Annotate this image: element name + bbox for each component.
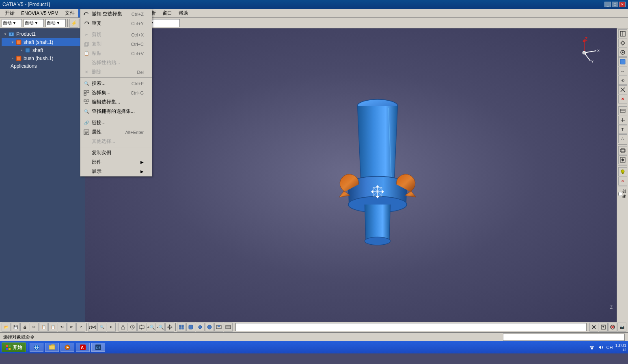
mode-dropdown-2[interactable]: 自动 ▼ [24,19,44,27]
bottom-btn-7[interactable]: ⟲ [58,323,67,332]
rt-btn-11[interactable]: T [618,125,627,134]
rt-btn-4[interactable] [618,57,627,66]
taskbar-media[interactable] [60,343,74,352]
menu-enovia[interactable]: ENOVIA V5 VPM [18,10,62,17]
rt-btn-7[interactable] [618,85,627,94]
bottom-btn-12[interactable]: 8 [107,323,116,332]
menu-help[interactable]: 帮助 [175,9,192,17]
bottom-btn-4[interactable]: ✂ [30,323,39,332]
rt-btn-bulb[interactable] [618,167,627,176]
rt-btn-6[interactable]: ⟲ [618,76,627,85]
expand-icon-shaft[interactable]: ▼ [11,40,15,44]
rt-btn-13[interactable] [618,146,627,155]
bottom-btn-zoom-in[interactable]: +🔍 [147,323,155,332]
rt-btn-1[interactable] [618,29,627,38]
menu-search[interactable]: 🔍 搜索... Ctrl+F [80,79,152,88]
menu-delete[interactable]: ✕ 删除 Del [80,67,152,77]
menu-redo[interactable]: 重复 Ctrl+Y [80,19,152,28]
bottom-btn-8[interactable]: ⟳ [67,323,76,332]
bottom-btn-23[interactable] [599,323,608,332]
view-dropdown[interactable]: ▼ [147,19,180,27]
expand-icon[interactable]: ▼ [3,32,7,36]
rt-btn-cross-red[interactable]: ✕ [618,177,627,185]
bottom-btn-3[interactable]: 🖨 [20,323,29,332]
taskbar: 开始 A C5 CH 13:01 12 [0,341,628,353]
rt-checkbox[interactable] [618,192,622,196]
svg-marker-66 [169,324,170,326]
bottom-btn-1[interactable]: 📂 [2,323,11,332]
taskbar-right: CH 13:01 12 [589,343,626,352]
menu-cut[interactable]: ✂ 剪切 Ctrl+X [80,30,152,39]
rt-btn-10[interactable] [618,116,627,125]
minimize-button[interactable]: _ [604,2,611,7]
tree-item-shaft-sub[interactable]: + shaft [2,46,84,54]
bottom-btn-21[interactable] [224,323,233,332]
bottom-btn-6[interactable]: 📋 [48,323,57,332]
mode-dropdown-1[interactable]: 自动 ▼ [2,19,22,27]
rt-btn-3[interactable] [618,48,627,57]
bottom-btn-14[interactable] [128,323,137,332]
bottom-btn-11[interactable]: 🔍 [97,323,106,332]
menu-links[interactable]: 🔗 链接... [80,118,152,127]
taskbar-catia[interactable]: C5 [91,343,105,352]
menu-selective-paste[interactable]: 选择性粘贴... [80,58,152,67]
bottom-btn-pan[interactable] [165,323,174,332]
bottom-btn-2[interactable]: 💾 [11,323,20,332]
bottom-btn-19[interactable] [205,323,214,332]
rt-btn-8[interactable]: ✕ [618,95,627,103]
tree-item-label-shaft-sub: shaft [32,47,43,53]
menu-copy-instance[interactable]: 复制实例 [80,148,152,157]
menu-copy[interactable]: 复制 Ctrl+C [80,39,152,49]
tree-item-shaft1[interactable]: ▼ shaft (shaft.1) [2,38,84,46]
tree-item-product1[interactable]: ▼ Product1 [2,30,84,38]
rt-btn-9[interactable] [618,106,627,115]
bottom-btn-20[interactable] [214,323,223,332]
menu-properties[interactable]: 属性 Alt+Enter [80,127,152,137]
toolbar-icon-1[interactable]: ⚡ [69,19,78,28]
menu-paste[interactable]: 📋 粘贴 Ctrl+V [80,49,152,58]
viewport[interactable]: Z Y X Z [85,28,617,322]
bottom-btn-9[interactable]: ? [76,323,85,332]
menu-file[interactable]: 文件 [62,9,78,17]
rt-btn-12[interactable]: A [618,134,627,143]
tree-item-applications[interactable]: Applications [2,62,84,70]
start-button[interactable]: 开始 [2,342,26,352]
taskbar-ie[interactable] [30,343,43,352]
bottom-btn-15[interactable] [137,323,146,332]
menu-undo[interactable]: 撤销 空选择集 Ctrl+Z [80,9,152,19]
rt-separator-4 [618,187,627,187]
bottom-btn-24[interactable] [608,323,617,332]
bottom-btn-22[interactable] [589,323,598,332]
svg-point-40 [583,51,586,54]
rt-btn-14[interactable] [618,155,627,164]
delete-shortcut: Del [133,70,144,75]
menu-display[interactable]: 展示 ▶ [80,167,152,176]
menu-start[interactable]: 开始 [2,9,18,17]
bottom-btn-16[interactable] [177,323,186,332]
taskbar-explorer[interactable] [45,343,59,352]
bottom-btn-zoom-out[interactable]: -🔍 [156,323,165,332]
menu-window[interactable]: 窗口 [159,9,175,17]
menu-edit-selection[interactable]: 编辑选择集... [80,97,152,107]
left-panel: ▼ Product1 ▼ shaft (shaft.1) + [0,28,85,322]
bottom-btn-13[interactable] [119,323,127,332]
bottom-btn-17[interactable] [186,323,195,332]
menu-components[interactable]: 部件 ▶ [80,157,152,167]
tree-item-bush[interactable]: + bush (bush.1) [2,54,84,62]
menu-selection-set[interactable]: 选择集... Ctrl+G [80,88,152,97]
rt-btn-5[interactable]: ↔ [618,67,627,75]
close-button[interactable]: ✕ [619,2,626,7]
mode-dropdown-3[interactable]: 自动 ▼ [45,19,66,27]
expand-icon-shaft-sub[interactable]: + [19,48,24,52]
status-input[interactable] [503,334,625,341]
menu-find-selection[interactable]: 🔍 查找拥有的选择集... [80,107,152,116]
expand-icon-bush[interactable]: + [11,56,15,60]
maximize-button[interactable]: □ [612,2,618,7]
bottom-btn-10[interactable]: ƒ(ω) [88,323,97,332]
bottom-btn-5[interactable]: 📋 [39,323,48,332]
bottom-btn-camera[interactable]: 📷 [617,323,626,332]
bottom-btn-18[interactable] [196,323,205,332]
menu-other-select[interactable]: 其他选择... [80,137,152,146]
rt-btn-2[interactable] [618,39,627,47]
taskbar-adobe[interactable]: A [76,343,90,352]
